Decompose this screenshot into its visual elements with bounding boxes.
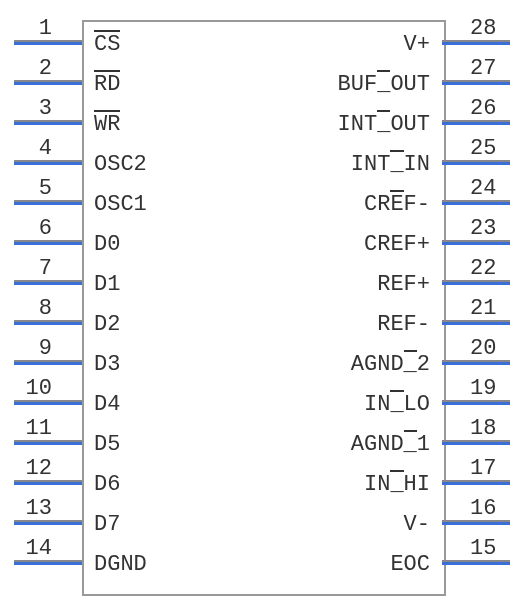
pin-number-15: 15 — [470, 536, 510, 561]
pin-lead — [442, 562, 510, 565]
pin-number-6: 6 — [12, 216, 52, 241]
pin-number-13: 13 — [12, 496, 52, 521]
pin-number-underline — [442, 440, 510, 442]
pin-label-3: WR — [94, 112, 120, 137]
pin-lead — [442, 82, 510, 85]
pin-lead — [14, 122, 82, 125]
overline — [404, 350, 417, 352]
pin-label-25: INT_IN — [351, 152, 430, 177]
overline — [94, 70, 120, 72]
pin-lead — [14, 362, 82, 365]
pin-lead — [14, 202, 82, 205]
pin-lead — [14, 442, 82, 445]
pin-number-11: 11 — [12, 416, 52, 441]
pin-lead — [14, 322, 82, 325]
pin-number-underline — [442, 40, 510, 42]
pin-number-underline — [14, 320, 82, 322]
pin-number-underline — [442, 480, 510, 482]
pin-label-8: D2 — [94, 312, 120, 337]
pin-lead — [442, 402, 510, 405]
pin-number-underline — [442, 200, 510, 202]
pin-number-4: 4 — [12, 136, 52, 161]
pin-label-15: EOC — [390, 552, 430, 577]
pin-label-9: D3 — [94, 352, 120, 377]
pin-lead — [442, 322, 510, 325]
pin-lead — [14, 242, 82, 245]
overline — [94, 30, 120, 32]
pin-label-17: IN_HI — [364, 472, 430, 497]
pin-number-underline — [14, 520, 82, 522]
pin-lead — [14, 482, 82, 485]
pin-label-2: RD — [94, 72, 120, 97]
pin-number-17: 17 — [470, 456, 510, 481]
pin-number-underline — [14, 440, 82, 442]
pin-number-underline — [14, 480, 82, 482]
pin-number-underline — [442, 160, 510, 162]
pin-lead — [442, 42, 510, 45]
pin-number-23: 23 — [470, 216, 510, 241]
pin-label-5: OSC1 — [94, 192, 147, 217]
pin-number-28: 28 — [470, 16, 510, 41]
pin-label-12: D6 — [94, 472, 120, 497]
pin-label-21: REF- — [377, 312, 430, 337]
pin-lead — [442, 362, 510, 365]
pin-number-24: 24 — [470, 176, 510, 201]
pin-label-23: CREF+ — [364, 232, 430, 257]
pin-lead — [14, 82, 82, 85]
pin-number-underline — [442, 120, 510, 122]
pin-number-22: 22 — [470, 256, 510, 281]
pin-number-underline — [14, 560, 82, 562]
pin-number-underline — [14, 280, 82, 282]
overline — [404, 430, 417, 432]
pin-number-underline — [14, 200, 82, 202]
pin-number-7: 7 — [12, 256, 52, 281]
pin-number-21: 21 — [470, 296, 510, 321]
pin-label-26: INT_OUT — [338, 112, 430, 137]
pin-number-underline — [14, 160, 82, 162]
overline — [390, 390, 403, 392]
pin-lead — [14, 522, 82, 525]
pin-number-2: 2 — [12, 56, 52, 81]
pin-number-27: 27 — [470, 56, 510, 81]
overline — [390, 150, 403, 152]
overline — [377, 110, 390, 112]
pin-number-26: 26 — [470, 96, 510, 121]
overline — [390, 470, 403, 472]
pin-label-10: D4 — [94, 392, 120, 417]
pin-label-28: V+ — [404, 32, 430, 57]
pin-number-underline — [14, 240, 82, 242]
pin-label-24: CREF- — [364, 192, 430, 217]
pin-number-underline — [442, 280, 510, 282]
pin-number-underline — [442, 560, 510, 562]
pin-lead — [442, 522, 510, 525]
pin-label-1: CS — [94, 32, 120, 57]
pin-number-underline — [442, 80, 510, 82]
overline — [377, 70, 390, 72]
pin-number-20: 20 — [470, 336, 510, 361]
pin-lead — [442, 122, 510, 125]
pin-number-14: 14 — [12, 536, 52, 561]
pin-label-4: OSC2 — [94, 152, 147, 177]
pin-number-10: 10 — [12, 376, 52, 401]
pin-number-underline — [442, 240, 510, 242]
pin-lead — [14, 162, 82, 165]
pin-label-18: AGND_1 — [351, 432, 430, 457]
pin-label-11: D5 — [94, 432, 120, 457]
pin-lead — [14, 42, 82, 45]
pin-number-underline — [442, 360, 510, 362]
pin-lead — [442, 282, 510, 285]
pin-lead — [442, 202, 510, 205]
pin-label-7: D1 — [94, 272, 120, 297]
pin-label-20: AGND_2 — [351, 352, 430, 377]
overline — [94, 110, 120, 112]
pin-label-22: REF+ — [377, 272, 430, 297]
chip-body — [82, 20, 446, 596]
pin-number-18: 18 — [470, 416, 510, 441]
pin-number-9: 9 — [12, 336, 52, 361]
pin-lead — [442, 162, 510, 165]
pin-number-25: 25 — [470, 136, 510, 161]
pin-label-14: DGND — [94, 552, 147, 577]
pin-number-16: 16 — [470, 496, 510, 521]
pin-number-5: 5 — [12, 176, 52, 201]
pin-lead — [14, 402, 82, 405]
